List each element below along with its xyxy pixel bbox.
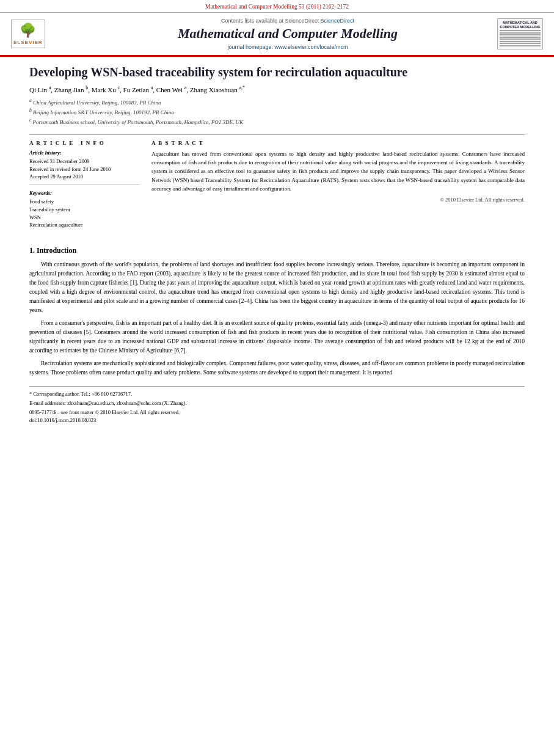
intro-paragraph-2: From a consumer's perspective, fish is a… (29, 319, 525, 355)
accepted-date: Accepted 29 August 2010 (29, 173, 139, 181)
doi-line: doi:10.1016/j.mcm.2010.08.023 (29, 417, 525, 423)
info-abstract-columns: A R T I C L E I N F O Article history: R… (29, 134, 525, 238)
issn-line: 0895-7177/$ – see front matter © 2010 El… (29, 409, 525, 416)
article-info-label: A R T I C L E I N F O (29, 140, 139, 146)
intro-paragraph-3: Recirculation systems are mechanically s… (29, 359, 525, 377)
affiliations: a China Agricultural University, Beijing… (29, 97, 525, 127)
journal-ref-text: Mathematical and Computer Modelling 53 (… (205, 4, 349, 10)
keyword-1: Food safety (29, 198, 139, 206)
abstract-label: A B S T R A C T (151, 140, 525, 146)
elsevier-logo-area: 🌳 ELSEVIER (11, 20, 78, 48)
journal-thumbnail: MATHEMATICAL AND COMPUTER MODELLING (497, 18, 543, 49)
abstract-text: Aquaculture has moved from conventional … (151, 150, 525, 193)
article-keywords: Keywords: Food safety Traceability syste… (29, 190, 139, 233)
article-info-column: A R T I C L E I N F O Article history: R… (29, 140, 139, 238)
keyword-2: Traceability system (29, 206, 139, 214)
homepage-url[interactable]: www.elsevier.com/locate/mcm (275, 44, 348, 50)
journal-title: Mathematical and Computer Modelling (84, 26, 491, 42)
article-authors: Qi Lin a, Zhang Jian b, Mark Xu c, Fu Ze… (29, 85, 525, 93)
abstract-column: A B S T R A C T Aquaculture has moved fr… (151, 140, 525, 238)
elsevier-name: ELSEVIER (13, 40, 43, 45)
journal-reference-bar: Mathematical and Computer Modelling 53 (… (0, 0, 554, 13)
contents-available-line: Contents lists available at ScienceDirec… (84, 18, 491, 24)
article-body: Developing WSN-based traceability system… (0, 57, 554, 431)
affiliation-c: c Portsmouth Business school, University… (29, 117, 525, 126)
copyright-line: © 2010 Elsevier Ltd. All rights reserved… (151, 197, 525, 203)
article-title: Developing WSN-based traceability system… (29, 64, 525, 80)
section-1-heading: 1. Introduction (29, 246, 525, 255)
sciencedirect-link[interactable]: ScienceDirect (321, 18, 355, 24)
journal-center-header: Contents lists available at ScienceDirec… (84, 18, 491, 50)
keyword-3: WSN (29, 214, 139, 222)
affiliation-b: b Beijing Information S&T University, Be… (29, 107, 525, 117)
thumb-decoration (500, 30, 541, 46)
intro-paragraph-1: With continuous growth of the world's po… (29, 260, 525, 315)
journal-homepage: journal homepage: www.elsevier.com/locat… (84, 44, 491, 50)
revised-date: Received in revised form 24 June 2010 (29, 165, 139, 173)
article-history: Article history: Received 31 December 20… (29, 150, 139, 185)
keyword-4: Recirculation aquaculture (29, 221, 139, 229)
footnote-section: * Corresponding author. Tel.: +86 010 62… (29, 386, 525, 423)
affiliation-a: a China Agricultural University, Beijing… (29, 97, 525, 107)
elsevier-logo-box: 🌳 ELSEVIER (11, 20, 45, 48)
corresponding-author: * Corresponding author. Tel.: +86 010 62… (29, 390, 525, 398)
journal-header: 🌳 ELSEVIER Contents lists available at S… (0, 13, 554, 57)
received-date: Received 31 December 2009 (29, 158, 139, 165)
tree-icon: 🌳 (13, 22, 43, 40)
email-footnote: E-mail addresses: zhxshuan@cau.edu.cn, z… (29, 399, 525, 407)
